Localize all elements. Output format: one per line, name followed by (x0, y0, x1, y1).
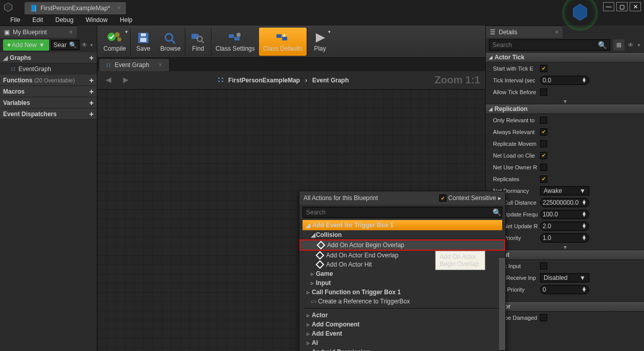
actor-category[interactable]: ▹Actor (299, 311, 505, 320)
only-relevant-label: Only Relevant to (493, 117, 540, 123)
event-graph-item[interactable]: ∷ EventGraph (0, 63, 97, 75)
plus-icon[interactable]: + (89, 76, 94, 84)
window-tab[interactable]: 📘 FirstPersonExampleMap* × (25, 2, 126, 14)
expand-icon[interactable]: ▾ (486, 98, 644, 104)
functions-category[interactable]: Functions (20 Overridable) + (0, 75, 97, 86)
breadcrumb-root[interactable]: FirstPersonExampleMap (228, 77, 300, 84)
net-cull-field[interactable]: 225000000.0▴▾ (540, 198, 589, 207)
create-reference-item[interactable]: ▭ Create a Reference to TriggerBox (299, 297, 505, 306)
breadcrumb-child[interactable]: Event Graph (312, 77, 349, 84)
nav-forward-button[interactable]: ► (120, 74, 132, 86)
menu-edit[interactable]: Edit (27, 15, 48, 25)
actor-tick-section[interactable]: ◢Actor Tick (486, 52, 644, 62)
save-button[interactable]: Save (130, 28, 156, 56)
begin-overlap-item[interactable]: Add On Actor Begin Overlap (299, 239, 505, 251)
details-search[interactable]: Search 🔍 (489, 39, 610, 51)
net-load-checkbox[interactable]: ✔ (540, 152, 547, 159)
context-search-input[interactable] (303, 207, 491, 217)
android-category[interactable]: ▹Android Permission (299, 347, 505, 351)
browse-button[interactable]: Browse (156, 28, 185, 56)
context-search[interactable]: 🔍 (303, 207, 502, 218)
property-matrix-button[interactable]: ⊞ (613, 39, 625, 51)
play-button[interactable]: Play ▼ (307, 28, 333, 56)
variables-category[interactable]: Variables + (0, 97, 97, 108)
net-priority-field[interactable]: 1.0▴▾ (540, 233, 589, 243)
input-priority-field[interactable]: 0▴▾ (540, 285, 589, 294)
actor-tick-label: Actor Tick (495, 54, 524, 61)
input-section[interactable]: ◢Input (486, 250, 644, 260)
add-event-category[interactable]: ▹Add Event (299, 329, 505, 338)
graphs-category[interactable]: ◢Graphs + (0, 52, 97, 63)
block-input-checkbox[interactable] (540, 262, 547, 270)
find-button[interactable]: Find (185, 28, 211, 56)
eye-icon[interactable]: 👁 (81, 41, 88, 49)
close-icon[interactable]: × (555, 29, 559, 36)
compile-button[interactable]: Compile ▼ (99, 28, 130, 56)
actor-section[interactable]: ◢Actor (486, 301, 644, 312)
replication-section[interactable]: ◢Replication (486, 104, 644, 114)
net-dormancy-combo[interactable]: Awake▼ (540, 186, 589, 195)
always-relevant-checkbox[interactable]: ✔ (540, 128, 547, 136)
expand-icon: ◢ (306, 222, 310, 229)
expand-icon[interactable]: ▾ (486, 244, 644, 250)
chevron-down-icon[interactable]: ▼ (327, 30, 331, 34)
close-icon[interactable]: × (69, 29, 73, 36)
allow-tick-before-checkbox[interactable] (540, 89, 547, 96)
chevron-down-icon[interactable]: ▼ (90, 43, 94, 48)
my-blueprint-search[interactable]: Sear 🔍 (51, 40, 79, 50)
menu-help[interactable]: Help (115, 15, 138, 25)
class-settings-label: Class Settings (216, 45, 255, 52)
call-function-category[interactable]: ▹Call Function on Trigger Box 1 (299, 288, 505, 297)
blueprint-icon: ▣ (4, 29, 10, 36)
chevron-down-icon[interactable]: ▼ (637, 43, 641, 48)
input-category[interactable]: ▹Input (299, 278, 505, 288)
add-new-button[interactable]: + Add New ▼ (3, 39, 49, 51)
plus-icon[interactable]: + (89, 53, 94, 62)
plus-icon[interactable]: + (89, 98, 94, 107)
replicates-checkbox[interactable]: ✔ (540, 175, 547, 183)
details-tab[interactable]: ☰ Details × (486, 26, 563, 38)
maximize-button[interactable]: ▢ (616, 2, 628, 11)
menu-window[interactable]: Window (80, 15, 113, 25)
can-be-damaged-checkbox[interactable] (540, 314, 547, 321)
event-dispatchers-label: Event Dispatchers (3, 111, 57, 118)
menu-file[interactable]: File (5, 15, 25, 25)
auto-receive-combo[interactable]: Disabled▼ (540, 273, 589, 282)
close-icon[interactable]: × (158, 61, 162, 69)
net-use-owner-checkbox[interactable] (540, 164, 547, 171)
plus-icon[interactable]: + (89, 109, 94, 118)
macros-category[interactable]: Macros + (0, 86, 97, 97)
plus-icon[interactable]: + (89, 87, 94, 96)
collision-category[interactable]: ◢Collision (299, 230, 505, 239)
replicate-move-checkbox[interactable] (540, 140, 547, 147)
only-relevant-checkbox[interactable] (540, 117, 547, 124)
tick-interval-field[interactable]: 0.0▴▾ (540, 76, 589, 85)
class-settings-button[interactable]: Class Settings (211, 28, 259, 56)
game-category[interactable]: ▹Game (299, 269, 505, 278)
add-component-category[interactable]: ▹Add Component (299, 320, 505, 329)
class-defaults-button[interactable]: Class Defaults (259, 28, 307, 56)
source-control-icon[interactable] (562, 0, 598, 31)
details-search-placeholder: Search (492, 41, 512, 49)
minimize-button[interactable]: — (603, 2, 614, 11)
my-blueprint-tab[interactable]: ▣ My Blueprint × (0, 26, 77, 38)
graph-canvas[interactable]: RINT All Actions for this Blueprint ✔ Co… (97, 90, 485, 351)
menu-debug[interactable]: Debug (50, 15, 78, 25)
scrollbar-thumb[interactable] (499, 258, 505, 350)
event-dispatchers-category[interactable]: Event Dispatchers + (0, 108, 97, 120)
actor-label: Actor (312, 312, 328, 319)
chevron-down-icon[interactable]: ▼ (124, 30, 128, 34)
nav-back-button[interactable]: ◄ (102, 74, 115, 86)
macros-label: Macros (3, 88, 25, 95)
min-net-update-field[interactable]: 2.0▴▾ (540, 222, 589, 231)
event-graph-tab[interactable]: ∷ Event Graph × (99, 59, 169, 71)
net-update-field[interactable]: 100.0▴▾ (540, 210, 589, 219)
ai-category[interactable]: ▹AI (299, 338, 505, 347)
close-icon[interactable]: × (117, 5, 121, 12)
start-tick-checkbox[interactable]: ✔ (540, 65, 547, 72)
close-button[interactable]: ✕ (630, 2, 641, 11)
context-sensitive-toggle[interactable]: ✔ Context Sensitive ▸ (439, 194, 501, 202)
eye-icon[interactable]: 👁 (628, 41, 634, 49)
svg-rect-12 (229, 34, 234, 38)
add-event-header[interactable]: ◢ Add Event for Trigger Box 1 (303, 220, 502, 230)
